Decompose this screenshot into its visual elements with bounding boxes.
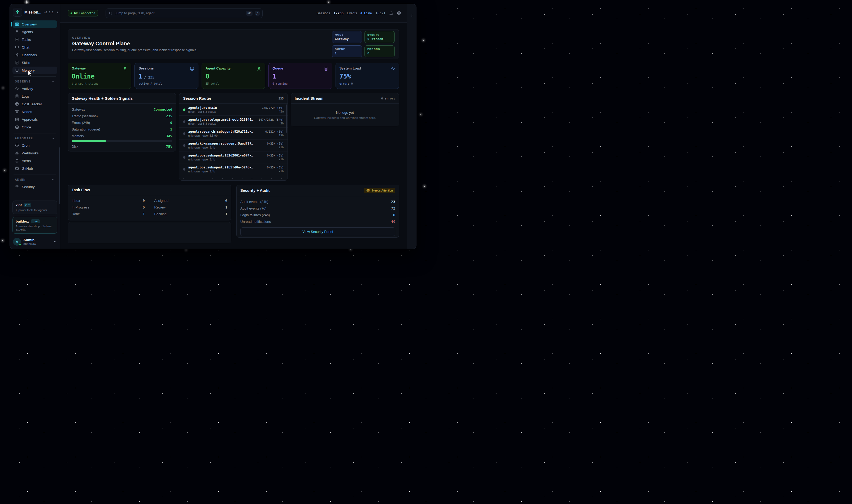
task-row: Review1 [155, 204, 228, 211]
session-row[interactable]: agent:kb-manager:subagent:9aed797e-723f-… [179, 140, 287, 151]
view-security-panel-button[interactable]: View Security Panel [240, 227, 395, 236]
promo-card-xint[interactable]: xint CLI X power tools for agents. [13, 200, 57, 214]
session-status-dot [183, 108, 185, 111]
sidebar-item-tasks[interactable]: Tasks [13, 36, 57, 43]
sidebar-item-github[interactable]: GitHub [13, 165, 57, 172]
sidebar-item-office[interactable]: Office [13, 123, 57, 131]
sidebar-section-observe[interactable]: OBSERVE [13, 79, 57, 85]
session-status-dot [183, 168, 185, 170]
hero-eyebrow: OVERVIEW [72, 36, 197, 39]
stat-card-agent-capacity: Agent Capacity 0 35 total [202, 63, 265, 89]
sidebar-collapse-button[interactable] [56, 10, 60, 14]
gateway-status-pill: GW Connected [68, 10, 98, 16]
sidebar-footer: xint CLI X power tools for agents. build… [10, 200, 60, 249]
sidebar-section-admin[interactable]: ADMIN [13, 177, 57, 183]
sidebar-item-label: Logs [22, 94, 30, 98]
sidebar-item-label: Cron [22, 144, 30, 147]
global-search[interactable]: ⌘K / [106, 8, 262, 18]
sidebar-item-overview[interactable]: Overview [13, 20, 57, 28]
search-input[interactable] [115, 11, 243, 15]
audit-row: Audit events (7d)73 [240, 205, 395, 212]
empty-state-subtitle: Gateway incidents and warnings stream he… [314, 116, 376, 119]
stat-card-sessions: Sessions 1/ 235 active / total [134, 63, 198, 89]
error-count: 0 errors [381, 97, 395, 100]
session-row[interactable]: agent:ops:subagent:152d2061-e074-41fb-8e… [179, 151, 287, 163]
smiley-face-icon [397, 11, 401, 15]
task-row: Backlog1 [155, 211, 228, 217]
file-icon [15, 60, 19, 65]
divider [14, 76, 56, 77]
monitor-icon [190, 66, 195, 71]
nodes-icon [15, 110, 19, 114]
calendar-icon [15, 125, 19, 129]
sidebar-scrollbar[interactable] [59, 147, 60, 204]
task-row: In Progress0 [72, 204, 145, 211]
star [3, 88, 3, 88]
clock-icon [15, 143, 19, 147]
sidebar-item-security[interactable]: Security [13, 183, 57, 191]
task-row: Inbox0 [72, 197, 145, 204]
hero-panel: OVERVIEW Gateway Control Plane Gateway-f… [68, 29, 399, 59]
router-scrollbar[interactable] [286, 105, 287, 133]
sidebar-section-automate[interactable]: AUTOMATE [13, 136, 57, 142]
bottom-panels-row: Task Flow Inbox0 Assigned0 In Progress0 … [68, 185, 399, 243]
middle-panels-row: Gateway Health + Golden Signals GatewayC… [68, 93, 399, 181]
bell-icon [15, 159, 19, 163]
sidebar-item-cron[interactable]: Cron [13, 142, 57, 149]
file-text-icon [15, 94, 19, 98]
promo-badge: CLI [24, 203, 31, 207]
clock: 18:21 [375, 11, 385, 15]
sidebar-item-label: Agents [22, 30, 33, 34]
user-menu[interactable]: A Admin openclaw [13, 236, 57, 246]
sidebar-item-label: Alerts [22, 159, 31, 163]
sidebar-item-approvals[interactable]: Approvals [13, 116, 57, 123]
sidebar-item-activity[interactable]: Activity [13, 85, 57, 92]
sidebar-item-label: GitHub [22, 167, 33, 170]
events-badge: EVENTS 0 stream [364, 31, 395, 43]
session-row[interactable]: agent:ops:subagent:21b5fd0e-524b-48f0-99… [179, 163, 287, 175]
star [420, 114, 421, 115]
sidebar-item-memory[interactable]: Memory [13, 67, 57, 74]
chevron-down-icon [52, 178, 55, 181]
panel-title: Task Flow [72, 188, 90, 192]
sidebar-item-agents[interactable]: Agents [13, 28, 57, 36]
user-org: openclaw [23, 242, 36, 245]
star [328, 2, 329, 3]
security-audit-panel: Security + Audit 65 - Needs Attention Au… [236, 185, 399, 238]
task-row: Assigned0 [155, 197, 228, 204]
kbd-cmd-k: ⌘K [246, 11, 253, 16]
stat-cards-row: Gateway Online transport status Sessions… [68, 63, 399, 89]
session-count: 235 [278, 97, 284, 100]
feedback-button[interactable] [397, 11, 401, 15]
right-rail [406, 4, 416, 249]
chat-icon [15, 45, 19, 49]
app-name: Mission... [24, 10, 41, 14]
online-status-dot [19, 244, 21, 246]
sidebar-item-nodes[interactable]: Nodes [13, 108, 57, 115]
session-row[interactable]: agent:research:subagent:820a711e-db5b-4e… [179, 128, 287, 140]
sidebar-item-webhooks[interactable]: Webhooks [13, 149, 57, 157]
health-row-memory: Memory34% [72, 133, 172, 139]
sidebar-item-alerts[interactable]: Alerts [13, 157, 57, 164]
promo-card-builderz[interactable]: builderz .dev AI-native dev shop · Solan… [13, 217, 57, 234]
sidebar-item-skills[interactable]: Skills [13, 59, 57, 66]
sessions-count: 1/235 [333, 11, 344, 15]
session-status-dot [183, 144, 185, 147]
star [2, 240, 3, 241]
notifications-button[interactable] [389, 11, 393, 15]
avatar: A [13, 238, 21, 246]
sidebar-item-cost-tracker[interactable]: Cost Tracker [13, 100, 57, 108]
hero-badges: MODE Gateway EVENTS 0 stream QUEUE 1 ERR… [332, 31, 395, 57]
session-row[interactable]: agent:jarv:maindirect · gpt-5.3-codex 17… [179, 104, 287, 116]
sidebar-item-channels[interactable]: Channels [13, 51, 57, 59]
star [186, 250, 186, 250]
sidebar-item-logs[interactable]: Logs [13, 93, 57, 100]
session-row[interactable]: agent:jarv:telegram:direct:328940762dire… [179, 116, 287, 128]
session-status-dot [183, 156, 185, 159]
star [4, 170, 5, 171]
health-panel: Gateway Health + Golden Signals GatewayC… [68, 93, 176, 151]
sidebar-item-chat[interactable]: Chat [13, 43, 57, 51]
collapse-right-panel-button[interactable] [410, 14, 414, 18]
panel-title: Incident Stream [295, 96, 324, 101]
task-row: Done1 [72, 211, 145, 217]
